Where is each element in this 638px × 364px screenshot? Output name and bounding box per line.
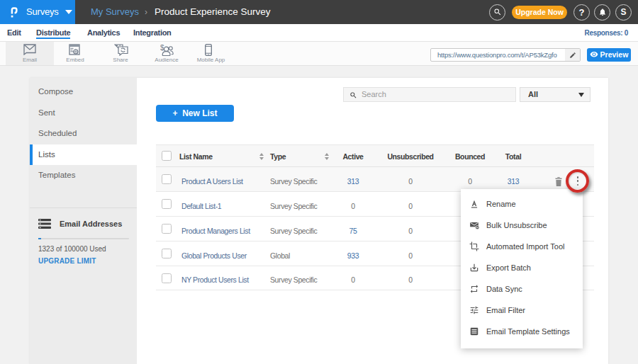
svg-text:$: $ — [160, 44, 164, 52]
